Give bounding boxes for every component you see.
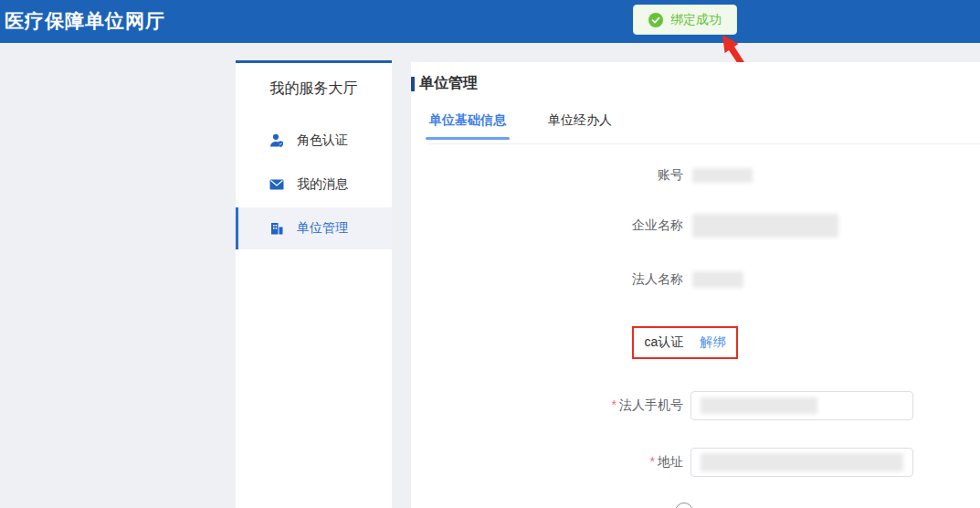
unbind-link[interactable]: 解绑 — [700, 334, 725, 351]
sidebar-item-messages[interactable]: 我的消息 — [236, 164, 392, 206]
tab-unit-agent[interactable]: 单位经办人 — [548, 112, 612, 140]
field-label-account: 账号 — [411, 167, 683, 184]
field-label-address: *地址 — [411, 454, 683, 471]
field-label-legal-person-phone: *法人手机号 — [411, 397, 683, 414]
page-title: 单位管理 — [419, 74, 478, 93]
form-row-company-name: 企业名称 — [411, 213, 980, 238]
form-row-account: 账号 — [411, 166, 980, 185]
redacted-value-phone — [701, 397, 817, 414]
sidebar-item-label: 单位管理 — [297, 220, 348, 237]
toast-message: 绑定成功 — [670, 12, 722, 28]
sidebar-item-label: 我的消息 — [297, 176, 348, 193]
toast-success: 绑定成功 — [633, 5, 737, 35]
sidebar-title: 我的服务大厅 — [236, 79, 392, 99]
sidebar-item-unit-manage[interactable]: 单位管理 — [236, 207, 392, 249]
app-window: 医疗保障单位网厅 绑定成功 我的服务大厅 角色认证 — [0, 0, 980, 508]
panel-heading: 单位管理 — [411, 74, 478, 93]
field-label-ca-auth: ca认证 — [645, 334, 684, 351]
unit-manage-icon — [269, 220, 285, 237]
required-mark: * — [612, 397, 616, 412]
field-label-company-name: 企业名称 — [411, 217, 683, 234]
legal-person-phone-input[interactable] — [690, 391, 913, 420]
ca-auth-highlight-box: ca认证 解绑 — [632, 326, 738, 359]
check-circle-icon — [648, 13, 663, 27]
form-row-legal-person-name: 法人名称 — [411, 270, 980, 289]
field-label-legal-person-name: 法人名称 — [411, 271, 683, 288]
tab-bar: 单位基础信息 单位经办人 — [429, 112, 654, 140]
role-auth-icon — [269, 132, 285, 149]
heading-bar — [411, 77, 415, 91]
sidebar: 我的服务大厅 角色认证 我的消息 — [236, 60, 392, 508]
message-icon — [269, 176, 285, 193]
main-panel: 单位管理 单位基础信息 单位经办人 账号 企业名称 法人名称 ca认证 解绑 — [411, 62, 980, 508]
app-title: 医疗保障单位网厅 — [5, 8, 165, 34]
address-input[interactable] — [690, 448, 913, 477]
tab-divider — [429, 143, 980, 144]
form-row-legal-person-phone: *法人手机号 — [411, 391, 980, 420]
redacted-value-address — [701, 453, 903, 471]
sidebar-item-role-auth[interactable]: 角色认证 — [236, 120, 392, 162]
sidebar-item-label: 角色认证 — [297, 132, 348, 149]
form-row-address: *地址 — [411, 448, 980, 477]
redacted-value-company-name — [692, 214, 838, 238]
redacted-value-account — [692, 168, 753, 183]
app-header: 医疗保障单位网厅 — [0, 0, 980, 43]
tab-unit-basic-info[interactable]: 单位基础信息 — [429, 112, 506, 140]
required-mark: * — [650, 454, 655, 469]
redacted-value-legal-person-name — [692, 271, 743, 288]
